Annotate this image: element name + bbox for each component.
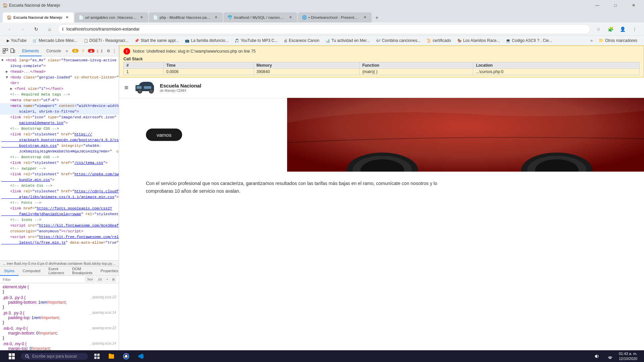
styles-filter-input[interactable]	[3, 278, 83, 282]
devtools-settings-button[interactable]: ⚙	[107, 48, 110, 54]
active-tab-title: Escuela Nacional de Manejo	[9, 3, 60, 8]
tab-drivelearschool[interactable]: 🌐 • Drivelearschool - Presentar W... ✕	[298, 12, 372, 22]
home-button[interactable]: ⌂	[44, 24, 55, 35]
bookmark-familia-label: La familia disfuncio...	[191, 38, 228, 43]
devtools-tab-console[interactable]: Console	[44, 46, 64, 56]
bookmark-escaneos-label: Escaneos Canon	[289, 38, 319, 43]
close-button[interactable]: ✕	[626, 0, 641, 11]
bookmark-combina[interactable]: 🎶 Combina canciones...	[373, 38, 423, 44]
devtools-tab-elements[interactable]: Elements	[19, 46, 42, 56]
chrome-button[interactable]	[121, 352, 131, 360]
html-line-7: <meta charset="utf-8">	[0, 98, 119, 103]
styles-tab-computed[interactable]: Computed	[18, 266, 44, 276]
bookmark-youtube-mp3[interactable]: 🎵 YouTube to MP3 C...	[232, 38, 280, 44]
bookmarks-folder[interactable]: 📁 Otros marcadores	[596, 38, 640, 44]
vscode-button[interactable]	[136, 352, 146, 360]
extensions-button[interactable]: 🧩	[605, 24, 616, 35]
styles-tab-styles[interactable]: Styles	[0, 266, 18, 276]
styles-tab-properties[interactable]: Properties	[97, 266, 122, 276]
styles-tab-dom-breakpoints[interactable]: DOM Breakpoints	[68, 266, 97, 276]
svg-rect-18	[12, 353, 15, 356]
tab-close-3[interactable]: ✕	[213, 15, 219, 20]
bookmark-alamitos[interactable]: 🏇 Los Alamitos Race...	[454, 38, 502, 44]
chrome-icon	[123, 353, 129, 360]
taskbar-search[interactable]: Escribe aquí para buscar	[21, 353, 88, 360]
devtools-more-tabs[interactable]: »	[66, 48, 68, 54]
html-line-16: <!-- Aniate Css -->	[0, 183, 119, 189]
col-num: #	[124, 62, 164, 69]
tab-favicon-2: 📄	[78, 15, 83, 20]
tab-php[interactable]: 📄 php - Modificar htaccess para ch... ✕	[149, 12, 223, 22]
actividad-icon: 📊	[325, 39, 330, 43]
back-button[interactable]: ‹	[4, 24, 15, 35]
tab-label-1: Escuela Nacional de Manejo	[13, 15, 62, 19]
new-tab-button[interactable]: +	[372, 13, 382, 22]
forward-button[interactable]: ›	[17, 24, 28, 35]
bookmarks-more-button[interactable]: »	[588, 38, 595, 44]
bookmark-actividad[interactable]: 📊 Tu actividad en Mer...	[323, 38, 372, 44]
tab-escuela[interactable]: 🏠 Escuela Nacional de Manejo ✕	[3, 12, 74, 22]
bookmark-certificado[interactable]: 📜 certificado	[424, 38, 454, 44]
tab-close-4[interactable]: ✕	[288, 15, 293, 20]
bookmark-escaneos[interactable]: 🖨 Escaneos Canon	[281, 38, 322, 44]
device-emulation-button[interactable]	[10, 48, 15, 54]
info-count: 2	[101, 49, 103, 53]
html-line-17: <link rel="stylesheet" href="https://cdn…	[0, 189, 119, 200]
bookmark-star-button[interactable]: ☆	[593, 24, 604, 35]
hamburger-menu[interactable]: ≡	[124, 84, 128, 92]
html-line-2: ▶ <head>...</head>	[0, 69, 119, 75]
bookmark-dgeti[interactable]: 📋 DGETI - Reasignaci...	[81, 38, 131, 44]
bookmark-start[interactable]: 📌 Start the same appl...	[132, 38, 181, 44]
html-line-5: ▶ <font size="1"></font>	[0, 86, 119, 92]
tab-favicon-3: 📄	[153, 15, 158, 20]
bookmark-youtube[interactable]: ▶ YouTube	[4, 38, 29, 44]
devtools-toolbar: Elements Console » ⚠ 7 ▲ 1 2 ⚙ ⋮ ✕	[0, 46, 119, 56]
style-rule-mb0: .mb-0, .my-0 { _spacing.scss:22 margin-b…	[3, 326, 116, 340]
style-rule-element: element.style { }	[3, 285, 116, 294]
html-line-21: <script src="https://kit.fontawesome.com…	[0, 223, 119, 234]
file-explorer-icon	[108, 353, 115, 360]
file-explorer-button[interactable]	[106, 352, 117, 360]
address-bar[interactable]: ℹ localhost/cursos/transmision-estandar	[58, 24, 590, 34]
start-button[interactable]	[7, 353, 17, 360]
tab-url-amigables[interactable]: 📄 url amigables con .htaccess no f... ✕	[74, 12, 148, 22]
pseudo-hov-button[interactable]: :hov	[85, 277, 94, 282]
bookmark-ascii[interactable]: 💻 Codigo ASCII ? , Cie...	[503, 38, 555, 44]
vamos-button[interactable]: vamos	[146, 129, 182, 141]
tab-close-5[interactable]: ✕	[362, 15, 368, 20]
add-style-button[interactable]: +	[105, 277, 109, 282]
html-line-14: <!-- swipper -->	[0, 166, 119, 172]
html-line-3: ▼ <body class="gorgias-loaded" cz-shortc…	[0, 75, 119, 80]
styles-content[interactable]: element.style { } .pb-3, .py-3 { _spacin…	[0, 283, 119, 350]
svg-point-29	[610, 358, 610, 359]
combina-icon: 🎶	[376, 39, 381, 43]
bookmarks-folder-label: Otros marcadores	[605, 38, 637, 43]
maximize-button[interactable]: □	[608, 0, 623, 11]
network-button[interactable]	[605, 353, 615, 360]
toggle-button[interactable]: ⊞	[111, 277, 116, 282]
account-button[interactable]: 👤	[617, 24, 628, 35]
menu-button[interactable]: ⋮	[629, 24, 640, 35]
taskbar-search-placeholder: Escribe aquí para buscar	[32, 354, 77, 359]
tab-close-1[interactable]: ✕	[64, 15, 70, 20]
tab-close-2[interactable]: ✕	[139, 15, 144, 20]
bookmarks-bar: ▶ YouTube 🛒 Mercado Libre Méxi... 📋 DGET…	[0, 36, 644, 46]
pseudo-cls-button[interactable]: .cls	[96, 277, 103, 282]
inspect-element-button[interactable]	[3, 48, 8, 54]
styles-tab-event-listeners[interactable]: Event Listeners	[44, 266, 68, 276]
bookmark-familia[interactable]: 📺 La familia disfuncio...	[182, 38, 231, 44]
bookmark-youtube-label: YouTube	[11, 38, 26, 43]
task-view-button[interactable]	[92, 353, 102, 360]
html-line-4: <br>	[0, 80, 119, 86]
row-time: 0.0006	[163, 69, 254, 75]
devtools-options-button[interactable]: ⋮	[112, 48, 116, 54]
minimize-button[interactable]: —	[590, 0, 605, 11]
tab-mysql[interactable]: 🐬 localhost / MySQL / nacionalden... ✕	[223, 12, 297, 22]
volume-button[interactable]	[592, 353, 601, 360]
html-source-panel[interactable]: ▼ <html lang="es_Mx" class="fontawesome-…	[0, 56, 119, 260]
refresh-button[interactable]: ↻	[31, 24, 42, 35]
svg-rect-19	[9, 357, 11, 359]
html-line-15: <link rel="stylesheet" href="https://unp…	[0, 172, 119, 183]
description-text: Con el servicio profesional que nos cara…	[146, 180, 448, 195]
bookmark-mercadolibre[interactable]: 🛒 Mercado Libre Méxi...	[30, 38, 80, 44]
